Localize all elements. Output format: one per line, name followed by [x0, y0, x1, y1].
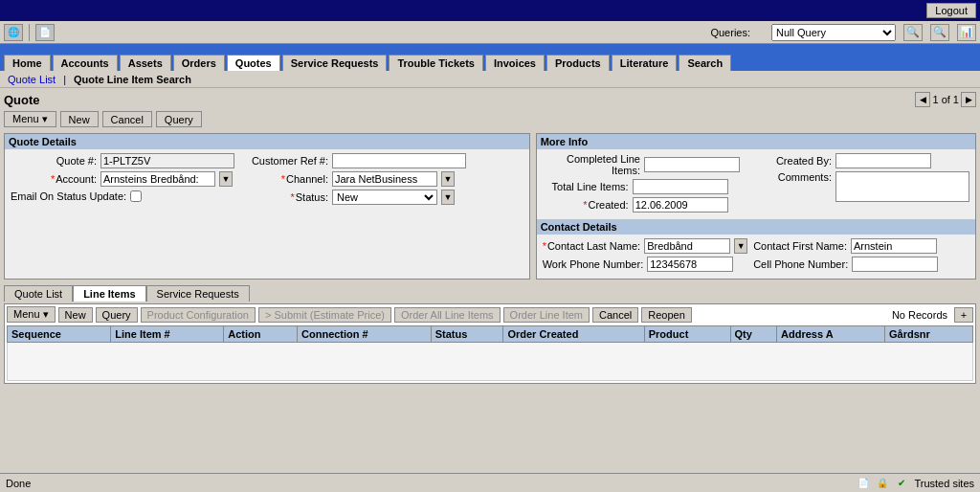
- logout-button[interactable]: Logout: [926, 3, 976, 18]
- chart-icon-btn[interactable]: 📊: [957, 24, 976, 41]
- tab-accounts[interactable]: Accounts: [53, 55, 118, 71]
- contact-last-name-dropdown-btn[interactable]: ▼: [734, 238, 747, 254]
- line-items-menu-button[interactable]: Menu ▾: [7, 306, 56, 323]
- quote-new-button[interactable]: New: [60, 111, 99, 127]
- next-page-btn[interactable]: ▶: [961, 92, 976, 107]
- tab-home[interactable]: Home: [4, 55, 51, 71]
- table-row: [8, 343, 973, 381]
- channel-input[interactable]: [332, 171, 437, 187]
- work-phone-input[interactable]: [647, 257, 733, 272]
- comments-label: Comments:: [746, 171, 832, 183]
- product-config-button[interactable]: Product Configuration: [141, 307, 256, 323]
- search-icon-btn1[interactable]: 🔍: [903, 24, 923, 41]
- tab-service-requests[interactable]: Service Requests: [282, 55, 388, 71]
- status-label: Status:: [242, 191, 328, 203]
- cell-phone-label: Cell Phone Number:: [753, 258, 848, 270]
- breadcrumb-separator: |: [63, 74, 66, 85]
- contact-details-title: Contact Details: [537, 219, 975, 235]
- contact-last-name-label: Contact Last Name:: [543, 240, 641, 252]
- created-input[interactable]: [633, 197, 728, 212]
- status-done-label: Done: [6, 478, 31, 489]
- security-icon: ✔: [895, 477, 908, 490]
- quote-query-button[interactable]: Query: [156, 111, 202, 127]
- account-label: Account:: [11, 173, 97, 185]
- total-line-items-input[interactable]: [633, 179, 728, 194]
- page-info: 1 of 1: [932, 94, 959, 105]
- sub-tab-quote-list[interactable]: Quote List: [4, 285, 73, 302]
- tab-products[interactable]: Products: [546, 55, 610, 71]
- status-dropdown-btn[interactable]: ▼: [441, 190, 455, 205]
- breadcrumb-quote-line-item-search[interactable]: Quote Line Item Search: [74, 74, 191, 85]
- created-by-label: Created By:: [746, 155, 832, 167]
- lock-icon: 🔒: [876, 477, 889, 490]
- tab-search[interactable]: Search: [679, 55, 731, 71]
- tab-trouble-tickets[interactable]: Trouble Tickets: [389, 55, 483, 71]
- channel-dropdown-btn[interactable]: ▼: [441, 171, 455, 187]
- page-icon[interactable]: 📄: [857, 477, 870, 490]
- col-qty: Qty: [730, 326, 777, 343]
- cell-phone-input[interactable]: [852, 257, 938, 272]
- created-label: Created:: [543, 199, 629, 211]
- customer-ref-label: Customer Ref #:: [242, 155, 328, 167]
- total-line-items-label: Total Line Items:: [543, 181, 629, 192]
- contact-first-name-label: Contact First Name:: [753, 240, 847, 252]
- sub-tab-service-requests[interactable]: Service Requests: [146, 285, 250, 302]
- customer-ref-input[interactable]: [332, 153, 466, 168]
- search-icon-btn2[interactable]: 🔍: [930, 24, 949, 41]
- col-address-a: Address A: [777, 326, 885, 343]
- more-info-title: More Info: [537, 134, 975, 149]
- order-line-item-button[interactable]: Order Line Item: [503, 307, 590, 323]
- prev-page-btn[interactable]: ◀: [915, 92, 930, 107]
- completed-line-items-label: Completed Line Items:: [543, 153, 640, 176]
- line-items-cancel-button[interactable]: Cancel: [592, 307, 638, 323]
- col-action: Action: [224, 326, 298, 343]
- created-by-input[interactable]: [835, 153, 931, 168]
- quote-cancel-button[interactable]: Cancel: [102, 111, 152, 127]
- queries-select[interactable]: Null Query: [771, 24, 896, 41]
- quote-menu-button[interactable]: Menu ▾: [4, 111, 56, 127]
- quote-title: Quote: [4, 93, 40, 107]
- contact-last-name-input[interactable]: [644, 238, 730, 254]
- queries-label: Queries:: [710, 27, 750, 38]
- tab-invoices[interactable]: Invoices: [485, 55, 545, 71]
- col-status: Status: [431, 326, 503, 343]
- trusted-sites-label: Trusted sites: [914, 478, 974, 489]
- col-gardsnr: Gårdsnr: [884, 326, 972, 343]
- comments-textarea[interactable]: [835, 171, 969, 202]
- sub-tab-line-items[interactable]: Line Items: [73, 285, 145, 302]
- order-all-line-items-button[interactable]: Order All Line Items: [394, 307, 501, 323]
- add-column-button[interactable]: +: [954, 307, 973, 323]
- quote-details-title: Quote Details: [5, 134, 529, 149]
- tab-quotes[interactable]: Quotes: [227, 55, 280, 71]
- line-items-table: Sequence Line Item # Action Connection #…: [7, 325, 973, 381]
- email-label: Email On Status Update:: [11, 190, 126, 202]
- account-input[interactable]: [100, 171, 215, 187]
- tab-orders[interactable]: Orders: [173, 55, 225, 71]
- document-icon[interactable]: 📄: [35, 24, 55, 41]
- quote-num-label: Quote #:: [11, 155, 97, 167]
- breadcrumb-quote-list[interactable]: Quote List: [8, 74, 56, 85]
- globe-icon[interactable]: 🌐: [4, 24, 23, 41]
- line-items-new-button[interactable]: New: [58, 307, 93, 323]
- tab-literature[interactable]: Literature: [612, 55, 678, 71]
- col-line-item-num: Line Item #: [111, 326, 224, 343]
- quote-num-input[interactable]: [100, 153, 234, 168]
- tab-assets[interactable]: Assets: [120, 55, 171, 71]
- contact-first-name-input[interactable]: [851, 238, 937, 254]
- line-items-query-button[interactable]: Query: [96, 307, 138, 323]
- channel-label: Channel:: [242, 173, 328, 185]
- account-dropdown-btn[interactable]: ▼: [219, 171, 233, 187]
- status-select[interactable]: New: [332, 190, 437, 205]
- col-product: Product: [644, 326, 730, 343]
- col-sequence: Sequence: [8, 326, 111, 343]
- email-checkbox[interactable]: [130, 190, 142, 202]
- col-order-created: Order Created: [503, 326, 644, 343]
- no-records-label: No Records: [892, 309, 947, 321]
- reopen-button[interactable]: Reopen: [641, 307, 692, 323]
- col-connection-num: Connection #: [298, 326, 432, 343]
- work-phone-label: Work Phone Number:: [543, 258, 644, 270]
- completed-line-items-input[interactable]: [644, 157, 740, 172]
- submit-price-button[interactable]: > Submit (Estimate Price): [258, 307, 391, 323]
